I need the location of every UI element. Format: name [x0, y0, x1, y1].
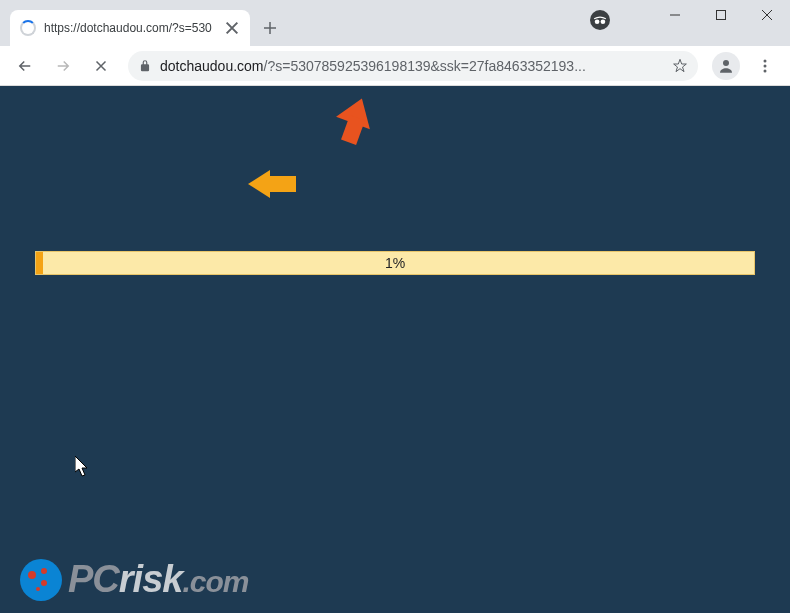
minimize-button[interactable]	[652, 0, 698, 30]
forward-button[interactable]	[46, 49, 80, 83]
browser-toolbar: dotchaudou.com/?s=530785925396198139&ssk…	[0, 46, 790, 86]
cursor-icon	[75, 456, 91, 482]
profile-button[interactable]	[712, 52, 740, 80]
url-text: dotchaudou.com/?s=530785925396198139&ssk…	[160, 58, 664, 74]
progress-bar: 1%	[35, 251, 755, 275]
watermark-logo-icon	[20, 559, 62, 601]
svg-point-0	[595, 19, 600, 24]
browser-titlebar: https://dotchaudou.com/?s=530	[0, 0, 790, 46]
url-domain: dotchaudou.com	[160, 58, 264, 74]
new-tab-button[interactable]	[256, 14, 284, 42]
progress-text: 1%	[385, 255, 405, 271]
svg-rect-2	[717, 11, 726, 20]
close-window-button[interactable]	[744, 0, 790, 30]
address-bar[interactable]: dotchaudou.com/?s=530785925396198139&ssk…	[128, 51, 698, 81]
svg-point-5	[764, 64, 767, 67]
window-controls	[652, 0, 790, 36]
watermark: PCrisk.com	[20, 558, 248, 601]
watermark-text: PCrisk.com	[68, 558, 248, 601]
progress-fill	[36, 252, 43, 274]
svg-point-3	[723, 60, 729, 66]
svg-point-4	[764, 59, 767, 62]
bookmark-star-button[interactable]	[672, 58, 688, 74]
menu-button[interactable]	[748, 49, 782, 83]
loading-spinner-icon	[20, 20, 36, 36]
lock-icon	[138, 59, 152, 73]
maximize-button[interactable]	[698, 0, 744, 30]
tab-close-button[interactable]	[224, 20, 240, 36]
stop-reload-button[interactable]	[84, 49, 118, 83]
browser-tab[interactable]: https://dotchaudou.com/?s=530	[10, 10, 250, 46]
page-content: 1% PCrisk.com	[0, 86, 790, 613]
tab-title: https://dotchaudou.com/?s=530	[44, 21, 216, 35]
back-button[interactable]	[8, 49, 42, 83]
url-path: /?s=530785925396198139&ssk=27fa846335219…	[264, 58, 586, 74]
svg-point-1	[601, 19, 606, 24]
incognito-icon	[590, 10, 610, 30]
svg-point-6	[764, 69, 767, 72]
